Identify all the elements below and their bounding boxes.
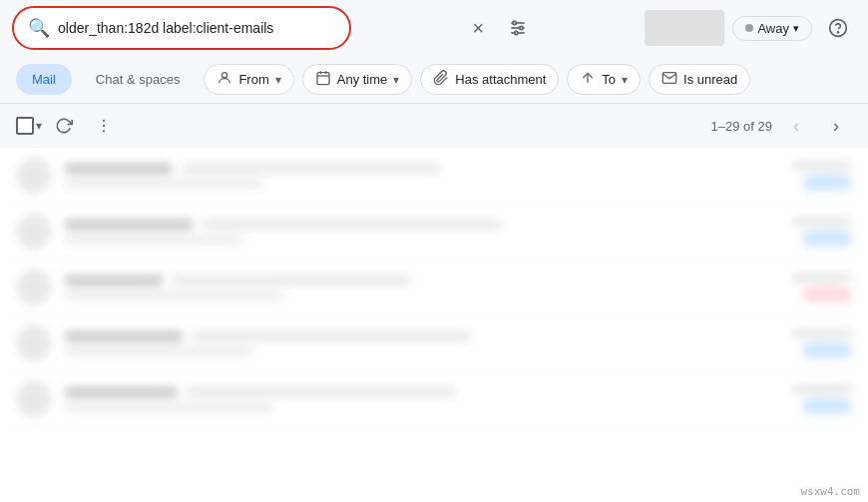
preview-bar xyxy=(64,235,243,245)
svg-point-16 xyxy=(103,130,105,132)
svg-point-15 xyxy=(103,125,105,127)
subject-bar xyxy=(172,275,411,285)
from-person-icon xyxy=(217,70,232,89)
actions-bar: ▾ 1–29 of 29 ‹ › xyxy=(0,104,868,148)
chip-any-time[interactable]: Any time ▾ xyxy=(302,64,413,95)
chip-is-unread[interactable]: Is unread xyxy=(649,64,750,95)
table-row[interactable] xyxy=(0,259,868,315)
email-top xyxy=(64,386,780,398)
preview-bar xyxy=(64,179,263,189)
table-row[interactable] xyxy=(0,204,868,259)
next-page-button[interactable]: › xyxy=(820,110,852,142)
chip-has-attachment-label: Has attachment xyxy=(455,72,546,87)
watermark: wsxw4.com xyxy=(800,485,860,498)
date-bar xyxy=(792,217,852,227)
email-top xyxy=(64,163,780,175)
chip-has-attachment[interactable]: Has attachment xyxy=(420,64,559,95)
top-right-section: Away ▾ xyxy=(645,10,856,46)
top-bar: 🔍 × Away ▾ xyxy=(0,0,868,56)
avatar xyxy=(16,325,52,361)
chip-to[interactable]: To ▾ xyxy=(567,64,641,95)
label-chip xyxy=(802,398,852,414)
avatar xyxy=(16,381,52,417)
attachment-icon xyxy=(433,70,449,89)
date-bar xyxy=(792,161,852,171)
chip-any-time-arrow: ▾ xyxy=(393,73,399,87)
sender-bar xyxy=(64,386,179,398)
email-content xyxy=(64,330,780,356)
email-meta xyxy=(792,272,852,302)
preview-bar xyxy=(64,290,283,300)
email-meta xyxy=(792,161,852,191)
tune-search-button[interactable] xyxy=(500,10,536,46)
actions-left: ▾ xyxy=(16,108,122,144)
email-list: wsxw4.com xyxy=(0,148,868,502)
chip-from-arrow: ▾ xyxy=(275,73,281,87)
email-content xyxy=(64,274,780,300)
table-row[interactable] xyxy=(0,148,868,204)
mail-icon xyxy=(661,70,677,89)
label-chip xyxy=(802,342,852,358)
preview-bar xyxy=(64,402,273,412)
sender-bar xyxy=(64,219,194,231)
search-actions: × xyxy=(460,10,536,46)
date-bar xyxy=(792,384,852,394)
calendar-icon xyxy=(315,70,331,89)
date-bar xyxy=(792,272,852,282)
search-input[interactable] xyxy=(58,20,335,36)
chip-from[interactable]: From ▾ xyxy=(204,64,293,95)
actions-right: 1–29 of 29 ‹ › xyxy=(711,110,852,142)
avatar xyxy=(645,10,724,46)
svg-point-4 xyxy=(520,26,523,29)
label-chip xyxy=(802,231,852,247)
label-chip xyxy=(802,286,852,302)
svg-point-8 xyxy=(222,73,227,78)
prev-page-button[interactable]: ‹ xyxy=(780,110,812,142)
table-row[interactable] xyxy=(0,371,868,427)
subject-bar xyxy=(192,331,471,341)
email-content xyxy=(64,386,780,412)
email-top xyxy=(64,219,780,231)
search-icon: 🔍 xyxy=(28,17,50,39)
chip-is-unread-label: Is unread xyxy=(683,72,737,87)
sender-bar xyxy=(64,274,164,286)
svg-rect-9 xyxy=(317,73,329,85)
avatar xyxy=(16,158,52,194)
select-all-checkbox[interactable] xyxy=(16,117,34,135)
select-all-arrow[interactable]: ▾ xyxy=(36,119,42,133)
refresh-button[interactable] xyxy=(46,108,82,144)
select-all-wrap[interactable]: ▾ xyxy=(16,117,42,135)
chip-to-label: To xyxy=(602,72,616,87)
send-icon xyxy=(580,70,596,89)
svg-point-3 xyxy=(513,21,516,24)
tab-chat-spaces[interactable]: Chat & spaces xyxy=(80,64,197,95)
pagination-text: 1–29 of 29 xyxy=(711,119,772,134)
email-top xyxy=(64,330,780,342)
tab-mail[interactable]: Mail xyxy=(16,64,72,95)
away-status-button[interactable]: Away ▾ xyxy=(732,16,812,41)
chip-to-arrow: ▾ xyxy=(622,73,628,87)
email-meta xyxy=(792,384,852,414)
away-label: Away xyxy=(757,21,789,36)
email-meta xyxy=(792,217,852,247)
search-box: 🔍 xyxy=(12,6,351,50)
subject-bar xyxy=(187,387,456,397)
label-chip xyxy=(802,175,852,191)
sender-bar xyxy=(64,163,174,175)
chip-from-label: From xyxy=(238,72,268,87)
date-bar xyxy=(792,328,852,338)
svg-point-14 xyxy=(103,120,105,122)
help-button[interactable] xyxy=(820,10,856,46)
email-content xyxy=(64,163,780,189)
more-options-button[interactable] xyxy=(86,108,122,144)
clear-search-button[interactable]: × xyxy=(460,10,496,46)
email-top xyxy=(64,274,780,286)
away-chevron-icon: ▾ xyxy=(793,22,799,35)
avatar xyxy=(16,214,52,250)
avatar xyxy=(16,269,52,305)
subject-bar xyxy=(202,220,501,230)
table-row[interactable] xyxy=(0,315,868,371)
email-content xyxy=(64,219,780,245)
status-dot xyxy=(745,24,753,32)
svg-point-5 xyxy=(515,31,518,34)
